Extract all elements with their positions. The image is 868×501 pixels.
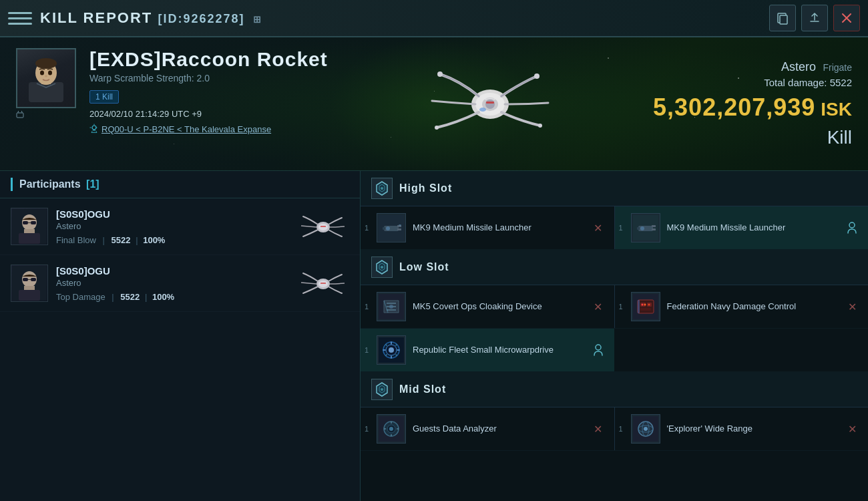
title-text: KILL REPORT	[40, 9, 152, 26]
mwd-icon	[377, 335, 406, 365]
high-slot-items: 1 MK9 Medium Missile Launcher ✕	[361, 206, 868, 250]
svg-rect-29	[320, 226, 326, 227]
participant-1-avatar	[11, 208, 48, 245]
participant-1[interactable]: [S0S0]OGU Astero Final Blow | 5522 | 100…	[0, 198, 360, 255]
svg-rect-49	[637, 227, 640, 230]
damage-control-remove[interactable]: ✕	[844, 299, 860, 315]
cloak-remove[interactable]: ✕	[590, 299, 606, 315]
svg-rect-15	[486, 102, 494, 104]
menu-icon[interactable]	[8, 6, 32, 30]
svg-point-8	[45, 75, 47, 77]
participant-2-info: [S0S0]OGU Astero Top Damage | 5522 | 100…	[56, 265, 296, 302]
mid-slot-item-2[interactable]: 1 'Explorer' Wide Range ✕	[615, 407, 869, 450]
low-slot-item-1[interactable]: 1 MK5 Covert Ops Cloaking Device	[361, 285, 614, 328]
participants-count: [1]	[86, 178, 99, 190]
mwd-person[interactable]	[590, 342, 606, 358]
svg-point-70	[389, 347, 394, 353]
total-damage-label: Total damage:	[764, 77, 827, 88]
low-slot-item-2[interactable]: 1	[615, 285, 869, 328]
mwd-row: 1	[361, 329, 868, 372]
analyzer-icon	[377, 414, 406, 444]
high-slot-icon	[371, 178, 393, 199]
mid-slot-header: Mid Slot	[361, 372, 868, 407]
high-slot-item-1[interactable]: 1 MK9 Medium Missile Launcher ✕	[361, 206, 614, 249]
svg-point-54	[381, 266, 383, 269]
mid-slot-icon	[371, 379, 393, 400]
svg-point-7	[48, 71, 52, 75]
participant-1-ship: Astero	[56, 221, 296, 231]
participants-panel: Participants [1]	[0, 171, 361, 501]
header-actions	[769, 5, 860, 31]
pilot-name: [EXDS]Raccoon Rocket	[89, 48, 328, 70]
svg-rect-25	[23, 221, 28, 224]
ship-class: Frigate	[823, 62, 852, 73]
high-slot-item-2-person[interactable]	[844, 220, 860, 236]
participant-1-ship-img	[296, 206, 349, 246]
svg-point-45	[386, 226, 390, 230]
mwd-name: Republic Fleet Small Microwarpdrive	[413, 345, 590, 356]
svg-point-81	[644, 427, 648, 431]
high-slot-item-2[interactable]: 1 MK9 Medium Missile Launcher	[615, 206, 869, 249]
main-content: Participants [1]	[0, 171, 868, 501]
mid-slot-item-1[interactable]: 1 Guests Data Analyzer ✕	[361, 407, 614, 450]
svg-rect-35	[31, 278, 36, 281]
ship-artwork	[341, 48, 640, 160]
copy-indicator: ⊞	[253, 14, 262, 25]
svg-point-52	[640, 226, 644, 230]
fittings-panel: High Slot 1 MK9 Medium	[361, 171, 868, 501]
participant-2[interactable]: [S0S0]OGU Astero Top Damage | 5522 | 100…	[0, 255, 360, 312]
svg-rect-42	[383, 227, 385, 230]
result-label: Kill	[827, 127, 852, 148]
participant-2-name: [S0S0]OGU	[56, 265, 296, 277]
svg-rect-58	[638, 300, 654, 313]
hero-stats: Astero Frigate Total damage: 5522 5,302,…	[653, 48, 852, 160]
high-slot-item-1-name: MK9 Medium Missile Launcher	[413, 222, 590, 234]
svg-rect-24	[19, 233, 40, 244]
low-slot-icon	[371, 257, 393, 278]
svg-point-39	[381, 187, 383, 190]
participant-1-name: [S0S0]OGU	[56, 208, 296, 220]
svg-point-5	[35, 58, 57, 69]
low-slot-header: Low Slot	[361, 250, 868, 285]
report-id: [ID:9262278]	[158, 12, 244, 25]
damage-control-name: Federation Navy Damage Control	[667, 301, 845, 313]
mid-slot-items: 1 Guests Data Analyzer ✕	[361, 407, 868, 451]
header: KILL REPORT [ID:9262278] ⊞	[0, 0, 868, 37]
svg-point-72	[381, 388, 383, 391]
explorer-remove[interactable]: ✕	[844, 421, 860, 437]
mid-slot-label: Mid Slot	[399, 383, 446, 395]
svg-rect-1	[780, 15, 787, 24]
close-button[interactable]	[833, 5, 860, 31]
analyzer-remove[interactable]: ✕	[590, 421, 606, 437]
svg-point-71	[596, 345, 601, 350]
explorer-icon	[631, 414, 660, 444]
svg-point-46	[399, 224, 401, 226]
mwd-item[interactable]: 1	[361, 329, 614, 371]
export-button[interactable]	[801, 5, 828, 31]
location-link[interactable]: RQ00-U < P-B2NE < The Kalevala Expanse	[101, 124, 271, 134]
svg-point-17	[534, 73, 539, 79]
high-slot-item-1-remove[interactable]: ✕	[590, 220, 606, 236]
hero-info: [EXDS]Raccoon Rocket Warp Scramble Stren…	[89, 48, 328, 160]
svg-rect-66	[638, 300, 640, 313]
participant-1-info: [S0S0]OGU Astero Final Blow | 5522 | 100…	[56, 208, 296, 245]
svg-rect-51	[652, 228, 656, 230]
svg-rect-2	[29, 82, 63, 102]
pilot-avatar	[16, 48, 76, 108]
high-slot-label: High Slot	[399, 182, 452, 194]
copy-button[interactable]	[769, 5, 796, 31]
participant-2-avatar	[11, 265, 48, 302]
page-title: KILL REPORT [ID:9262278] ⊞	[40, 9, 769, 27]
svg-point-56	[389, 305, 393, 309]
datetime: 2024/02/10 21:14:29 UTC +9	[89, 109, 328, 119]
kills-badge: 1 Kill	[89, 90, 119, 104]
svg-point-63	[641, 304, 643, 306]
svg-point-6	[40, 71, 44, 75]
svg-point-10	[92, 126, 96, 130]
participant-2-ship: Astero	[56, 278, 296, 288]
svg-point-76	[389, 427, 393, 431]
cloak-icon	[377, 292, 406, 321]
svg-point-64	[644, 304, 646, 306]
high-slot-header: High Slot	[361, 171, 868, 206]
svg-rect-50	[652, 225, 656, 227]
